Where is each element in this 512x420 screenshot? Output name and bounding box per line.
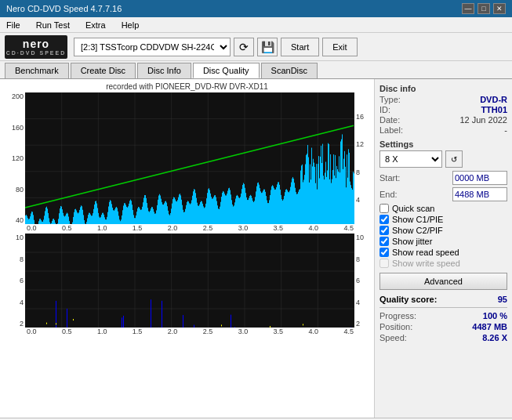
exit-button[interactable]: Exit bbox=[322, 38, 357, 56]
y-label-120: 120 bbox=[3, 154, 24, 162]
y2-right-4: 4 bbox=[356, 299, 370, 306]
position-label: Position: bbox=[379, 322, 412, 331]
disc-id-key: ID: bbox=[379, 105, 390, 114]
y2-right-2: 2 bbox=[356, 320, 370, 328]
show-write-label: Show write speed bbox=[392, 259, 460, 268]
settings-label: Settings bbox=[379, 139, 507, 149]
tab-benchmark[interactable]: Benchmark bbox=[5, 63, 69, 78]
disc-id-row: ID: TTH01 bbox=[379, 105, 507, 114]
right-panel: Disc info Type: DVD-R ID: TTH01 Date: 12… bbox=[375, 79, 512, 418]
show-c2-label: Show C2/PIF bbox=[392, 226, 443, 235]
progress-label: Progress: bbox=[379, 311, 416, 320]
titlebar: Nero CD-DVD Speed 4.7.7.16 — □ ✕ bbox=[0, 0, 512, 17]
y-label-40: 40 bbox=[3, 216, 24, 224]
y2-right-8: 8 bbox=[356, 255, 370, 263]
show-c1-label: Show C1/PIE bbox=[392, 215, 443, 224]
close-button[interactable]: ✕ bbox=[493, 3, 506, 14]
tab-disc-quality[interactable]: Disc Quality bbox=[193, 63, 260, 78]
disc-id-val: TTH01 bbox=[481, 105, 507, 114]
disc-date-val: 12 Jun 2022 bbox=[459, 115, 507, 125]
y2-right-6: 6 bbox=[356, 277, 370, 284]
menu-runtest[interactable]: Run Test bbox=[33, 19, 73, 31]
y2-label-8: 8 bbox=[3, 255, 24, 263]
titlebar-controls: — □ ✕ bbox=[462, 3, 506, 14]
toolbar: nero CD·DVD SPEED [2:3] TSSTcorp CDDVDW … bbox=[0, 33, 512, 61]
show-read-row: Show read speed bbox=[379, 248, 507, 257]
disc-info-label: Disc info bbox=[379, 84, 507, 93]
progress-section: Progress: 100 % Position: 4487 MB Speed:… bbox=[379, 307, 507, 342]
show-jitter-label: Show jitter bbox=[392, 237, 432, 246]
y-right-label-4: 4 bbox=[356, 196, 370, 204]
progress-val: 100 % bbox=[483, 311, 507, 320]
menubar: File Run Test Extra Help bbox=[0, 17, 512, 33]
quality-score-label: Quality score: bbox=[379, 295, 437, 304]
end-row: End: bbox=[379, 187, 507, 201]
y2-label-4: 4 bbox=[3, 299, 24, 306]
show-c1-checkbox[interactable] bbox=[379, 215, 389, 224]
quick-scan-label: Quick scan bbox=[392, 204, 434, 213]
y-label-80: 80 bbox=[3, 186, 24, 194]
show-jitter-checkbox[interactable] bbox=[379, 237, 389, 246]
speed-label: Speed: bbox=[379, 333, 407, 342]
lower-chart-canvas bbox=[25, 234, 354, 328]
tab-create-disc[interactable]: Create Disc bbox=[71, 63, 136, 78]
upper-chart-canvas bbox=[25, 92, 354, 224]
save-button[interactable]: 💾 bbox=[257, 38, 278, 56]
disc-type-val: DVD-R bbox=[480, 95, 507, 104]
y-right-label-16: 16 bbox=[356, 113, 370, 121]
start-label: Start: bbox=[379, 173, 400, 183]
speed-select[interactable]: 8 X bbox=[379, 150, 442, 168]
show-read-label: Show read speed bbox=[392, 248, 459, 257]
y2-right-10: 10 bbox=[356, 234, 370, 241]
tab-scan-disc[interactable]: ScanDisc bbox=[261, 63, 318, 78]
tab-bar: Benchmark Create Disc Disc Info Disc Qua… bbox=[0, 61, 512, 79]
main-content: recorded with PIONEER_DVD-RW DVR-XD11 20… bbox=[0, 79, 512, 418]
menu-extra[interactable]: Extra bbox=[82, 19, 109, 31]
quick-scan-checkbox[interactable] bbox=[379, 204, 389, 213]
refresh-button[interactable]: ⟳ bbox=[234, 38, 254, 56]
quality-score-val: 95 bbox=[498, 295, 507, 304]
tab-disc-info[interactable]: Disc Info bbox=[137, 63, 191, 78]
show-c2-checkbox[interactable] bbox=[379, 226, 389, 235]
show-write-checkbox[interactable] bbox=[379, 259, 389, 268]
speed-refresh-btn[interactable]: ↺ bbox=[445, 150, 463, 168]
disc-label-val: - bbox=[504, 125, 507, 135]
position-val: 4487 MB bbox=[472, 322, 507, 331]
maximize-button[interactable]: □ bbox=[478, 3, 490, 14]
start-row: Start: bbox=[379, 171, 507, 185]
disc-label-key: Label: bbox=[379, 125, 403, 135]
y-right-label-8: 8 bbox=[356, 168, 370, 176]
advanced-button[interactable]: Advanced bbox=[379, 273, 507, 290]
chart-area: recorded with PIONEER_DVD-RW DVR-XD11 20… bbox=[0, 79, 375, 418]
chart-title: recorded with PIONEER_DVD-RW DVR-XD11 bbox=[3, 82, 371, 91]
speed-row: Speed: 8.26 X bbox=[379, 333, 507, 342]
start-input[interactable] bbox=[452, 171, 507, 185]
disc-type-key: Type: bbox=[379, 95, 401, 104]
y-label-200: 200 bbox=[3, 92, 24, 100]
show-read-checkbox[interactable] bbox=[379, 248, 389, 257]
y2-label-6: 6 bbox=[3, 277, 24, 284]
show-write-row: Show write speed bbox=[379, 259, 507, 268]
show-c1-row: Show C1/PIE bbox=[379, 215, 507, 224]
disc-info-section: Type: DVD-R ID: TTH01 Date: 12 Jun 2022 … bbox=[379, 95, 507, 135]
settings-speed-row: 8 X ↺ bbox=[379, 150, 507, 168]
speed-val: 8.26 X bbox=[482, 333, 507, 342]
minimize-button[interactable]: — bbox=[462, 3, 474, 14]
show-c2-row: Show C2/PIF bbox=[379, 226, 507, 235]
start-button[interactable]: Start bbox=[281, 38, 319, 56]
y2-label-2: 2 bbox=[3, 320, 24, 328]
y-label-160: 160 bbox=[3, 124, 24, 132]
progress-row: Progress: 100 % bbox=[379, 311, 507, 320]
menu-help[interactable]: Help bbox=[118, 19, 143, 31]
disc-label-row: Label: - bbox=[379, 125, 507, 135]
menu-file[interactable]: File bbox=[3, 19, 24, 31]
disc-date-key: Date: bbox=[379, 115, 400, 125]
position-row: Position: 4487 MB bbox=[379, 322, 507, 331]
disc-date-row: Date: 12 Jun 2022 bbox=[379, 115, 507, 125]
drive-select[interactable]: [2:3] TSSTcorp CDDVDW SH-224GB SB00 bbox=[74, 38, 231, 56]
quick-scan-row: Quick scan bbox=[379, 204, 507, 213]
titlebar-title: Nero CD-DVD Speed 4.7.7.16 bbox=[6, 4, 122, 13]
end-input[interactable] bbox=[452, 187, 507, 201]
show-jitter-row: Show jitter bbox=[379, 237, 507, 246]
end-label: End: bbox=[379, 190, 398, 199]
